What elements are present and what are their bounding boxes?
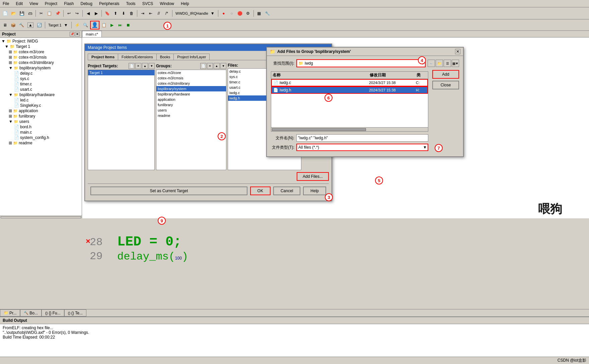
menu-flash[interactable]: Flash (63, 1, 75, 7)
filename-input[interactable] (296, 134, 428, 142)
stop2-btn[interactable]: ⏹ (125, 21, 132, 29)
menu-window[interactable]: Window (158, 1, 175, 7)
nav-back-icon[interactable]: ← (428, 60, 435, 67)
group-item-3[interactable]: bsplibrary/system (156, 86, 226, 91)
copy-btn[interactable]: 📋 (46, 10, 53, 17)
group-funlibrary[interactable]: ⊞ 📁 funlibrary (1, 114, 81, 119)
undo-btn[interactable]: ↩ (65, 10, 73, 17)
cancel-btn[interactable]: Cancel (273, 187, 300, 195)
group-bsp-hardware[interactable]: ▼ 📁 bsplibrary/hardware (1, 92, 81, 97)
panel-close-btn[interactable]: ✕ (75, 32, 80, 37)
run-btn[interactable]: ● (220, 10, 227, 17)
targets-down-btn[interactable]: ▼ (149, 63, 155, 69)
close-dialog-btn[interactable]: Close (432, 81, 459, 89)
list-view-icon[interactable]: ☰ (444, 60, 451, 67)
group-readme[interactable]: ⊞ 📁 readme (1, 140, 81, 146)
toolbar2-btn3[interactable]: 🔨 (18, 21, 25, 29)
file-list-item-iwdgh[interactable]: 📄 iwdg.h 2024/3/27 15:38 H: (271, 86, 428, 94)
file-timer[interactable]: 📄 timer.c (1, 81, 81, 87)
status-tab-project[interactable]: 📁 Pr... (0, 309, 20, 316)
file-singlekey[interactable]: 📄 SingleKey.c (1, 103, 81, 108)
target-dropdown[interactable]: ▼ (62, 21, 70, 29)
groups-down-btn[interactable]: ▼ (220, 63, 226, 69)
menu-tools[interactable]: Tools (125, 1, 137, 7)
menu-help[interactable]: Help (179, 1, 191, 7)
nav-fwd-btn[interactable]: ▶ (92, 10, 100, 17)
group-cotex-stml[interactable]: ⊞ 📁 cotex-m3/stmlibrary (1, 60, 81, 65)
save-btn[interactable]: 💾 (18, 10, 26, 17)
status-tab-templates[interactable]: () () Te... (64, 309, 86, 316)
look-in-input[interactable] (305, 61, 421, 66)
cut-btn[interactable]: ✂ (38, 10, 45, 17)
layout-btn[interactable]: ▦ (255, 10, 263, 17)
menu-svcs[interactable]: SVCS (141, 1, 155, 7)
prev-bookmark-btn[interactable]: ⬆ (112, 10, 119, 17)
status-tab-functions[interactable]: {} {} Fu... (42, 309, 64, 316)
file-bord[interactable]: 📄 bord.h (1, 124, 81, 130)
main-c-tab[interactable]: main.c* (82, 31, 102, 37)
menu-project[interactable]: Project (44, 1, 59, 7)
group-application[interactable]: ⊞ 📁 application (1, 108, 81, 114)
group-item-2[interactable]: cotex-m3/stmlibrary (156, 81, 226, 86)
copy-target-btn[interactable]: 📋 (100, 21, 108, 29)
menu-debug[interactable]: Debug (79, 1, 94, 7)
targets-up-btn[interactable]: ▲ (142, 63, 148, 69)
groups-del-btn[interactable]: ✕ (207, 63, 213, 69)
toolbar2-btn2[interactable]: 📦 (9, 21, 17, 29)
groups-new-btn[interactable]: 📄 (200, 63, 206, 69)
targets-del-btn[interactable]: ✕ (135, 63, 141, 69)
status-tab-build[interactable]: 🔨 Bo... (20, 309, 42, 316)
target-1-item[interactable]: Target 1 (88, 70, 154, 75)
stop-btn[interactable]: 🛑 (236, 10, 244, 17)
tab-project-items[interactable]: Project Items (88, 54, 118, 60)
redo-btn[interactable]: ↪ (73, 10, 81, 17)
group-item-8[interactable]: readme (156, 113, 226, 118)
next-bookmark-btn[interactable]: ⬇ (120, 10, 127, 17)
group-item-4[interactable]: bsplibrary/hardware (156, 91, 226, 97)
file-list-item-iwdgc[interactable]: 📄 iwdg.c 2024/3/27 15:38 C: (271, 79, 428, 86)
group-users[interactable]: ▼ 📁 users (1, 119, 81, 124)
tab-project-info[interactable]: Project Info/Layer (173, 54, 210, 60)
save-all-btn[interactable]: 🗃 (26, 10, 34, 17)
add-dialog-close-btn[interactable]: ✕ (455, 49, 460, 54)
options-btn[interactable]: ⚙ (244, 10, 252, 17)
group-cotex-core[interactable]: ⊞ 📁 cotex-m3/core (1, 49, 81, 55)
set-current-target-btn[interactable]: Set as Current Target (90, 187, 247, 195)
group-cotex-cmsis[interactable]: ⊞ 📁 cotex-m3/cmsis (1, 55, 81, 60)
file-main[interactable]: 📄 main.c (1, 130, 81, 135)
group-item-6[interactable]: funlibrary (156, 102, 226, 107)
clear-bookmarks-btn[interactable]: 🗑 (128, 10, 135, 17)
file-usart[interactable]: 📄 usart.c (1, 87, 81, 92)
debug-btn1[interactable]: ⚡ (73, 21, 81, 29)
tree-root[interactable]: ▼ 📁 Project: IWDG (1, 39, 81, 44)
view-options-icon[interactable]: ▦▼ (452, 60, 459, 67)
file-sysconfig[interactable]: 📄 system_config.h (1, 135, 81, 140)
debug-btn2[interactable]: 🔍 (82, 21, 89, 29)
group-bsp-system[interactable]: ▼ 📁 bsplibrary/system (1, 65, 81, 71)
group-item-0[interactable]: cotex-m3/core (156, 70, 226, 75)
filetype-dropdown-btn[interactable]: ▼ (422, 145, 428, 150)
nav-back-btn[interactable]: ◀ (84, 10, 92, 17)
paste-btn[interactable]: 📌 (54, 10, 62, 17)
bookmark-btn[interactable]: 🔖 (103, 10, 111, 17)
file-sys[interactable]: 📄 sys.c (1, 76, 81, 81)
tree-target[interactable]: ▼ 📁 Target 1 (1, 44, 81, 49)
uncomment-btn[interactable]: /* (163, 10, 170, 17)
indent-btn[interactable]: ⇥ (139, 10, 146, 17)
reset-btn[interactable]: ○ (228, 10, 235, 17)
wrench-btn[interactable]: 🔧 (264, 10, 271, 17)
toolbar2-btn1[interactable]: 🖥 (1, 21, 9, 29)
groups-up-btn[interactable]: ▲ (214, 63, 220, 69)
new-btn[interactable]: 📄 (1, 10, 9, 17)
add-file-btn[interactable]: Add (432, 70, 459, 79)
group-item-1[interactable]: cotex-m3/cmsis (156, 75, 226, 81)
run2-btn[interactable]: ▶ (108, 21, 116, 29)
toolbar2-btn4[interactable]: ▲ (26, 21, 35, 29)
tab-folders[interactable]: Folders/Extensions (118, 54, 157, 60)
group-item-7[interactable]: users (156, 107, 226, 113)
help-btn[interactable]: Help (303, 187, 326, 195)
manage-project-btn[interactable]: 👤 (90, 21, 99, 29)
add-files-btn[interactable]: Add Files... (297, 172, 329, 181)
menu-file[interactable]: File (1, 1, 10, 7)
menu-peripherals[interactable]: Peripherals (98, 1, 121, 7)
